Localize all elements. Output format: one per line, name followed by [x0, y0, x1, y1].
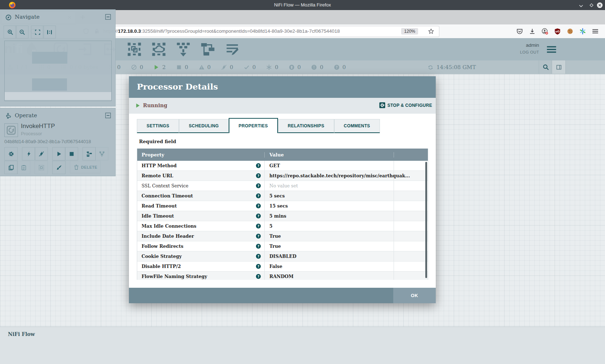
- window-title: NiFi Flow — Mozilla Firefox: [0, 0, 605, 10]
- birdseye-viewport[interactable]: [5, 92, 111, 100]
- url-bar[interactable]: https://172.18.0.3:32558/nifi/?processGr…: [79, 26, 439, 37]
- svg-text:?: ?: [257, 255, 259, 258]
- table-row: Idle Timeout ? 5 mins: [137, 211, 428, 221]
- group-button[interactable]: [35, 161, 48, 174]
- help-icon[interactable]: ?: [256, 193, 261, 199]
- zoom-level-badge[interactable]: 120%: [401, 28, 418, 35]
- status-up-to-date: 0: [244, 64, 256, 70]
- navigate-title: Navigate: [15, 14, 40, 20]
- delete-label: DELETE: [81, 165, 97, 169]
- ublock-extension-icon[interactable]: uO: [554, 28, 561, 35]
- disable-button[interactable]: [35, 147, 48, 160]
- help-icon[interactable]: ?: [256, 244, 261, 249]
- delete-button[interactable]: DELETE: [70, 161, 100, 173]
- enable-button[interactable]: [22, 147, 35, 160]
- required-field-label: Required field: [139, 139, 176, 144]
- toolbar-label-icon[interactable]: [225, 42, 240, 57]
- start-button[interactable]: [52, 147, 66, 160]
- invalid-icon: [199, 64, 205, 70]
- navigate-panel: Navigate: [0, 9, 116, 106]
- property-value: https://repo.stackable.tech/repository/m…: [265, 171, 394, 181]
- selected-component-type: Processor: [21, 131, 42, 136]
- tab-settings[interactable]: SETTINGS: [137, 119, 179, 133]
- logout-link[interactable]: LOG OUT: [520, 50, 539, 54]
- paste-button[interactable]: [17, 161, 30, 174]
- stop-button[interactable]: [65, 147, 78, 160]
- copy-button[interactable]: [4, 161, 18, 174]
- properties-table: Property Value HTTP Method ? GET Remote …: [137, 149, 428, 280]
- property-name: Remote URL: [142, 173, 173, 178]
- property-name: Connection Timeout: [142, 193, 193, 199]
- status-not-transmitting: 0: [131, 64, 143, 70]
- account-icon[interactable]: [542, 28, 548, 35]
- fill-color-button[interactable]: [52, 161, 66, 174]
- toolbar-template-icon[interactable]: [200, 42, 215, 57]
- toolbar-process-group-icon[interactable]: [127, 42, 142, 57]
- help-icon[interactable]: ?: [256, 233, 261, 239]
- panel-toggle-button[interactable]: [552, 60, 566, 74]
- zoom-actual-button[interactable]: [43, 26, 56, 38]
- refresh-icon[interactable]: [428, 65, 433, 70]
- svg-text:?: ?: [257, 204, 259, 208]
- tab-properties[interactable]: PROPERTIES: [229, 118, 278, 133]
- status-disabled: 0: [221, 64, 233, 70]
- column-header-property: Property: [137, 152, 265, 158]
- svg-text:?: ?: [257, 194, 259, 198]
- help-icon[interactable]: ?: [256, 223, 261, 229]
- configure-button[interactable]: [4, 147, 18, 160]
- zoom-out-button[interactable]: [15, 26, 28, 38]
- property-name: Max Idle Connections: [142, 223, 196, 229]
- property-name: FlowFile Naming Strategy: [142, 274, 207, 279]
- table-row: Max Idle Connections ? 5: [137, 221, 428, 231]
- extension-asterisk-icon[interactable]: [579, 28, 586, 35]
- table-row: Include Date Header ? True: [137, 231, 428, 241]
- stop-configure-gear-icon: [379, 102, 385, 108]
- search-button[interactable]: [539, 60, 552, 74]
- help-icon[interactable]: ?: [256, 183, 261, 188]
- upload-template-button[interactable]: [95, 147, 108, 160]
- downloads-icon[interactable]: [529, 28, 535, 35]
- tab-scheduling[interactable]: SCHEDULING: [179, 119, 228, 133]
- stop-and-configure-button[interactable]: STOP & CONFIGURE: [379, 102, 432, 108]
- toolbar-funnel-icon[interactable]: [176, 42, 191, 57]
- stale-icon: [289, 64, 295, 70]
- help-icon[interactable]: ?: [256, 254, 261, 259]
- help-icon[interactable]: ?: [256, 264, 261, 269]
- breadcrumb[interactable]: NiFi Flow: [8, 331, 35, 337]
- help-icon[interactable]: ?: [256, 173, 261, 178]
- panel-icon: [556, 64, 562, 70]
- birdseye-view[interactable]: [4, 41, 112, 101]
- tab-relationships[interactable]: RELATIONSHIPS: [278, 119, 334, 133]
- table-row: Remote URL ? https://repo.stackable.tech…: [137, 171, 428, 181]
- cookie-extension-icon[interactable]: [567, 28, 573, 35]
- help-icon[interactable]: ?: [256, 274, 261, 279]
- collapse-operate-icon[interactable]: [105, 113, 111, 118]
- bookmark-star-icon[interactable]: [428, 28, 434, 34]
- property-value: True: [265, 231, 394, 241]
- ok-button[interactable]: OK: [393, 288, 436, 303]
- zoom-out-icon: [19, 29, 25, 35]
- zoom-in-button[interactable]: [4, 26, 17, 38]
- svg-text:?: ?: [257, 275, 259, 278]
- window-titlebar: NiFi Flow — Mozilla Firefox: [0, 0, 605, 10]
- pocket-icon[interactable]: [516, 28, 523, 35]
- processor-details-dialog: Processor Details Running STOP & CONFIGU…: [129, 76, 436, 303]
- tab-comments[interactable]: COMMENTS: [334, 119, 380, 133]
- table-scrollbar[interactable]: [425, 162, 427, 278]
- dialog-status-row: Running STOP & CONFIGURE: [129, 98, 436, 114]
- window-close-icon[interactable]: [597, 2, 603, 8]
- help-icon[interactable]: ?: [256, 163, 261, 168]
- collapse-navigate-icon[interactable]: [105, 14, 111, 20]
- create-template-button[interactable]: [82, 147, 96, 160]
- global-menu-icon[interactable]: [546, 44, 557, 55]
- window-minimize-icon[interactable]: [578, 3, 584, 9]
- svg-text:?: ?: [257, 224, 259, 228]
- toolbar-remote-process-group-icon[interactable]: [151, 42, 166, 57]
- status-invalid: 0: [199, 64, 211, 70]
- window-maximize-icon[interactable]: [589, 3, 594, 8]
- help-icon[interactable]: ?: [256, 203, 261, 209]
- zoom-fit-button[interactable]: [31, 26, 44, 38]
- svg-text:?: ?: [257, 214, 259, 218]
- help-icon[interactable]: ?: [256, 213, 261, 219]
- browser-menu-icon[interactable]: [592, 28, 599, 35]
